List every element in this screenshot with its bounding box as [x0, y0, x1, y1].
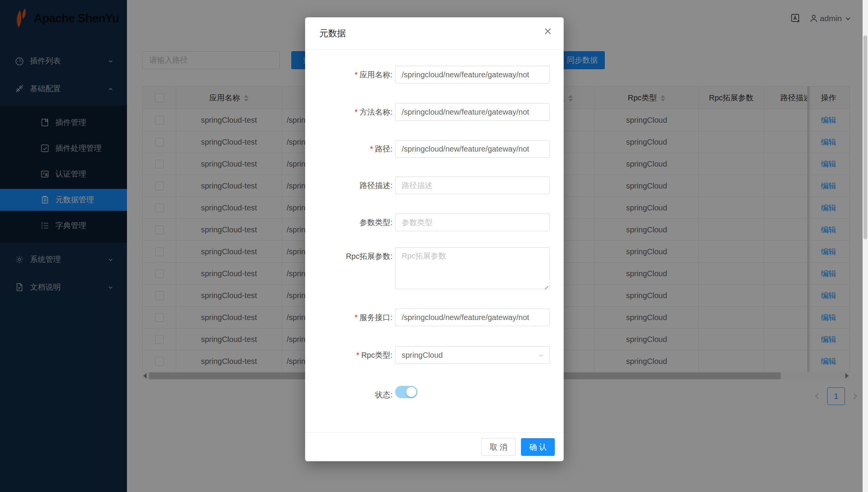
field-label: 参数类型:: [305, 213, 392, 231]
required-asterisk: *: [355, 313, 358, 322]
vertical-scrollbar-thumb[interactable]: [863, 35, 867, 239]
required-asterisk: *: [356, 351, 359, 359]
path-desc-field[interactable]: [395, 177, 550, 194]
modal-header: 元数据 ✕: [305, 17, 564, 50]
rpc-type-select[interactable]: springCloud: [395, 346, 550, 364]
modal-form: *应用名称: *方法名称: *路径: 路径描述: 参数类型: Rpc拓展参数:: [305, 50, 564, 432]
path-field[interactable]: [395, 140, 550, 158]
metadata-modal: 元数据 ✕ *应用名称: *方法名称: *路径: 路径描述: 参数类型:: [305, 17, 564, 461]
required-asterisk: *: [355, 70, 358, 79]
rpc-ext-field[interactable]: [395, 247, 550, 289]
field-label: *应用名称:: [305, 66, 392, 83]
field-label: Rpc拓展参数:: [305, 247, 392, 265]
cancel-button[interactable]: 取 消: [481, 438, 516, 456]
field-label: *方法名称:: [305, 103, 392, 121]
close-icon[interactable]: ✕: [543, 27, 552, 37]
param-type-field[interactable]: [395, 213, 550, 231]
status-toggle[interactable]: [395, 386, 417, 398]
field-label: *路径:: [305, 140, 392, 158]
service-interface-field[interactable]: [395, 309, 550, 326]
field-label: 状态:: [305, 386, 392, 404]
required-asterisk: *: [370, 145, 373, 153]
confirm-button[interactable]: 确 认: [521, 438, 555, 456]
toggle-knob: [406, 387, 416, 397]
method-name-field[interactable]: [395, 103, 550, 121]
modal-footer: 取 消 确 认: [305, 432, 564, 461]
modal-title: 元数据: [319, 27, 346, 39]
field-label: *服务接口:: [305, 309, 392, 326]
selected-value: springCloud: [402, 351, 443, 360]
app-name-field[interactable]: [395, 66, 550, 83]
field-label: *Rpc类型:: [305, 346, 392, 364]
vertical-scrollbar[interactable]: [863, 0, 868, 492]
chevron-down-icon: [538, 352, 544, 359]
required-asterisk: *: [355, 108, 358, 116]
field-label: 路径描述:: [305, 177, 392, 194]
